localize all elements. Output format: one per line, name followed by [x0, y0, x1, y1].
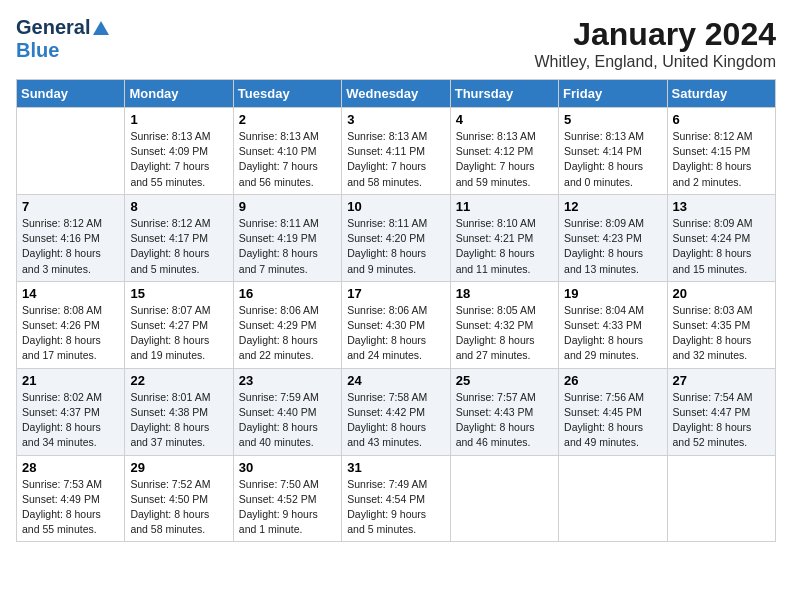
day-info: Sunrise: 7:59 AM Sunset: 4:40 PM Dayligh…	[239, 390, 336, 451]
day-number: 7	[22, 199, 119, 214]
calendar-cell: 22Sunrise: 8:01 AM Sunset: 4:38 PM Dayli…	[125, 368, 233, 455]
page-title: January 2024	[534, 16, 776, 53]
day-number: 15	[130, 286, 227, 301]
calendar-cell: 5Sunrise: 8:13 AM Sunset: 4:14 PM Daylig…	[559, 108, 667, 195]
svg-marker-0	[93, 21, 109, 35]
calendar-cell: 2Sunrise: 8:13 AM Sunset: 4:10 PM Daylig…	[233, 108, 341, 195]
calendar-cell: 30Sunrise: 7:50 AM Sunset: 4:52 PM Dayli…	[233, 455, 341, 542]
calendar-cell: 28Sunrise: 7:53 AM Sunset: 4:49 PM Dayli…	[17, 455, 125, 542]
calendar-cell	[17, 108, 125, 195]
calendar-cell: 24Sunrise: 7:58 AM Sunset: 4:42 PM Dayli…	[342, 368, 450, 455]
day-number: 2	[239, 112, 336, 127]
calendar-cell: 27Sunrise: 7:54 AM Sunset: 4:47 PM Dayli…	[667, 368, 775, 455]
day-number: 3	[347, 112, 444, 127]
day-number: 9	[239, 199, 336, 214]
calendar-cell: 6Sunrise: 8:12 AM Sunset: 4:15 PM Daylig…	[667, 108, 775, 195]
day-info: Sunrise: 8:01 AM Sunset: 4:38 PM Dayligh…	[130, 390, 227, 451]
day-info: Sunrise: 8:08 AM Sunset: 4:26 PM Dayligh…	[22, 303, 119, 364]
day-number: 4	[456, 112, 553, 127]
calendar-cell: 31Sunrise: 7:49 AM Sunset: 4:54 PM Dayli…	[342, 455, 450, 542]
day-number: 8	[130, 199, 227, 214]
col-monday: Monday	[125, 80, 233, 108]
day-number: 19	[564, 286, 661, 301]
day-number: 6	[673, 112, 770, 127]
calendar-cell: 1Sunrise: 8:13 AM Sunset: 4:09 PM Daylig…	[125, 108, 233, 195]
calendar-cell: 19Sunrise: 8:04 AM Sunset: 4:33 PM Dayli…	[559, 281, 667, 368]
calendar-cell: 16Sunrise: 8:06 AM Sunset: 4:29 PM Dayli…	[233, 281, 341, 368]
day-info: Sunrise: 8:13 AM Sunset: 4:10 PM Dayligh…	[239, 129, 336, 190]
col-sunday: Sunday	[17, 80, 125, 108]
day-number: 17	[347, 286, 444, 301]
day-number: 5	[564, 112, 661, 127]
calendar-cell: 25Sunrise: 7:57 AM Sunset: 4:43 PM Dayli…	[450, 368, 558, 455]
calendar-cell: 3Sunrise: 8:13 AM Sunset: 4:11 PM Daylig…	[342, 108, 450, 195]
day-info: Sunrise: 8:11 AM Sunset: 4:19 PM Dayligh…	[239, 216, 336, 277]
day-info: Sunrise: 8:03 AM Sunset: 4:35 PM Dayligh…	[673, 303, 770, 364]
calendar-table: Sunday Monday Tuesday Wednesday Thursday…	[16, 79, 776, 542]
day-number: 13	[673, 199, 770, 214]
day-number: 21	[22, 373, 119, 388]
day-number: 23	[239, 373, 336, 388]
calendar-cell: 18Sunrise: 8:05 AM Sunset: 4:32 PM Dayli…	[450, 281, 558, 368]
day-info: Sunrise: 7:56 AM Sunset: 4:45 PM Dayligh…	[564, 390, 661, 451]
calendar-cell: 20Sunrise: 8:03 AM Sunset: 4:35 PM Dayli…	[667, 281, 775, 368]
calendar-cell: 23Sunrise: 7:59 AM Sunset: 4:40 PM Dayli…	[233, 368, 341, 455]
day-number: 26	[564, 373, 661, 388]
day-number: 11	[456, 199, 553, 214]
calendar-cell: 7Sunrise: 8:12 AM Sunset: 4:16 PM Daylig…	[17, 194, 125, 281]
day-number: 18	[456, 286, 553, 301]
col-wednesday: Wednesday	[342, 80, 450, 108]
day-info: Sunrise: 8:09 AM Sunset: 4:23 PM Dayligh…	[564, 216, 661, 277]
col-thursday: Thursday	[450, 80, 558, 108]
day-info: Sunrise: 8:06 AM Sunset: 4:30 PM Dayligh…	[347, 303, 444, 364]
calendar-body: 1Sunrise: 8:13 AM Sunset: 4:09 PM Daylig…	[17, 108, 776, 542]
day-number: 16	[239, 286, 336, 301]
day-info: Sunrise: 8:06 AM Sunset: 4:29 PM Dayligh…	[239, 303, 336, 364]
calendar-week-row: 28Sunrise: 7:53 AM Sunset: 4:49 PM Dayli…	[17, 455, 776, 542]
day-info: Sunrise: 8:02 AM Sunset: 4:37 PM Dayligh…	[22, 390, 119, 451]
col-saturday: Saturday	[667, 80, 775, 108]
calendar-cell: 17Sunrise: 8:06 AM Sunset: 4:30 PM Dayli…	[342, 281, 450, 368]
day-info: Sunrise: 8:05 AM Sunset: 4:32 PM Dayligh…	[456, 303, 553, 364]
day-info: Sunrise: 7:49 AM Sunset: 4:54 PM Dayligh…	[347, 477, 444, 538]
calendar-cell: 11Sunrise: 8:10 AM Sunset: 4:21 PM Dayli…	[450, 194, 558, 281]
day-info: Sunrise: 7:52 AM Sunset: 4:50 PM Dayligh…	[130, 477, 227, 538]
calendar-cell: 26Sunrise: 7:56 AM Sunset: 4:45 PM Dayli…	[559, 368, 667, 455]
day-number: 27	[673, 373, 770, 388]
calendar-cell	[450, 455, 558, 542]
logo-icon	[92, 19, 110, 37]
day-info: Sunrise: 7:57 AM Sunset: 4:43 PM Dayligh…	[456, 390, 553, 451]
calendar-cell: 21Sunrise: 8:02 AM Sunset: 4:37 PM Dayli…	[17, 368, 125, 455]
day-info: Sunrise: 7:53 AM Sunset: 4:49 PM Dayligh…	[22, 477, 119, 538]
calendar-cell: 29Sunrise: 7:52 AM Sunset: 4:50 PM Dayli…	[125, 455, 233, 542]
day-info: Sunrise: 8:12 AM Sunset: 4:15 PM Dayligh…	[673, 129, 770, 190]
calendar-week-row: 14Sunrise: 8:08 AM Sunset: 4:26 PM Dayli…	[17, 281, 776, 368]
title-block: January 2024 Whitley, England, United Ki…	[534, 16, 776, 71]
day-info: Sunrise: 7:54 AM Sunset: 4:47 PM Dayligh…	[673, 390, 770, 451]
day-number: 28	[22, 460, 119, 475]
calendar-cell: 14Sunrise: 8:08 AM Sunset: 4:26 PM Dayli…	[17, 281, 125, 368]
calendar-cell: 10Sunrise: 8:11 AM Sunset: 4:20 PM Dayli…	[342, 194, 450, 281]
page-header: General Blue January 2024 Whitley, Engla…	[16, 16, 776, 71]
page-subtitle: Whitley, England, United Kingdom	[534, 53, 776, 71]
day-number: 31	[347, 460, 444, 475]
col-tuesday: Tuesday	[233, 80, 341, 108]
calendar-week-row: 21Sunrise: 8:02 AM Sunset: 4:37 PM Dayli…	[17, 368, 776, 455]
logo-blue-text: Blue	[16, 39, 59, 61]
calendar-cell	[559, 455, 667, 542]
day-info: Sunrise: 7:58 AM Sunset: 4:42 PM Dayligh…	[347, 390, 444, 451]
day-number: 1	[130, 112, 227, 127]
day-info: Sunrise: 8:10 AM Sunset: 4:21 PM Dayligh…	[456, 216, 553, 277]
logo-general-text: General	[16, 16, 90, 39]
day-number: 12	[564, 199, 661, 214]
day-info: Sunrise: 8:13 AM Sunset: 4:14 PM Dayligh…	[564, 129, 661, 190]
day-info: Sunrise: 8:07 AM Sunset: 4:27 PM Dayligh…	[130, 303, 227, 364]
day-number: 20	[673, 286, 770, 301]
day-info: Sunrise: 8:13 AM Sunset: 4:11 PM Dayligh…	[347, 129, 444, 190]
day-number: 25	[456, 373, 553, 388]
day-info: Sunrise: 8:11 AM Sunset: 4:20 PM Dayligh…	[347, 216, 444, 277]
day-info: Sunrise: 8:12 AM Sunset: 4:16 PM Dayligh…	[22, 216, 119, 277]
logo: General Blue	[16, 16, 110, 62]
day-number: 14	[22, 286, 119, 301]
calendar-cell: 15Sunrise: 8:07 AM Sunset: 4:27 PM Dayli…	[125, 281, 233, 368]
